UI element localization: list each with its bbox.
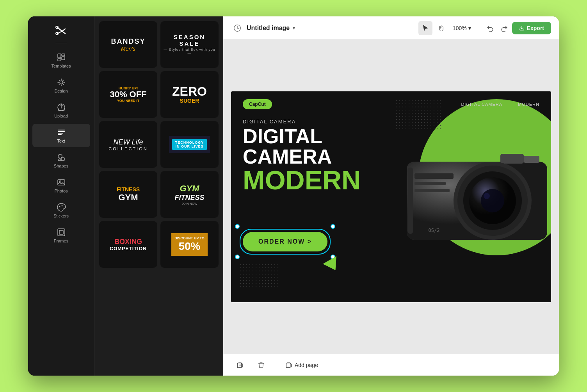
camera-svg: OS/2	[403, 138, 551, 255]
topbar-left: Untitled image ▾	[231, 22, 295, 34]
svg-point-25	[481, 189, 504, 212]
svg-rect-31	[407, 167, 413, 234]
canvas-order-btn-wrapper[interactable]: ORDER NOW >	[243, 232, 327, 251]
frames-icon	[57, 228, 66, 237]
save-icon[interactable]	[231, 22, 244, 34]
redo-button[interactable]	[498, 22, 511, 34]
template-card-zero[interactable]: ZERO SUGER	[160, 71, 219, 118]
text-icon	[57, 128, 66, 137]
topbar-divider	[479, 23, 479, 33]
template-card-fitness[interactable]: FITNESS GYM	[99, 171, 157, 218]
sidebar-item-text[interactable]: Text	[32, 124, 90, 147]
svg-rect-16	[59, 230, 63, 234]
zoom-value: 100%	[453, 25, 467, 31]
canvas-headline: DIGITAL CAMERA DIGITAL CAMERA MODERN	[243, 119, 414, 193]
template-card-tech[interactable]: TECHNOLOGYIN OUR LIVES	[160, 121, 219, 168]
canvas-area[interactable]: CapCut DIGITAL CAMERA MODERN DIGITAL CAM…	[223, 40, 559, 354]
templates-icon	[57, 53, 66, 62]
template-card-season[interactable]: SEASON SALE — Styles that flex with you …	[160, 21, 219, 68]
delete-page-button[interactable]	[254, 359, 269, 371]
svg-rect-5	[62, 57, 65, 60]
select-tool-button[interactable]	[418, 21, 432, 35]
template-card-newlife[interactable]: NEW Life COLLECTION	[99, 121, 157, 168]
design-icon	[57, 78, 66, 87]
canvas-order-btn: ORDER NOW >	[243, 232, 327, 251]
app-logo[interactable]	[53, 23, 69, 38]
zoom-dropdown-icon: ▾	[468, 25, 471, 31]
sidebar-item-frames-label: Frames	[54, 239, 68, 243]
template-panel: BANDSY Men's SEASON SALE — Styles that f…	[94, 16, 223, 376]
svg-rect-28	[414, 182, 446, 185]
hand-tool-button[interactable]	[434, 21, 448, 35]
sidebar-item-shapes-label: Shapes	[54, 164, 68, 168]
upload-icon	[57, 103, 66, 112]
add-page-plus-icon	[285, 362, 292, 369]
svg-rect-4	[62, 54, 65, 56]
template-card-discount[interactable]: DISCOUNT UP TO 50%	[160, 221, 219, 268]
sidebar-item-templates-label: Templates	[51, 64, 71, 68]
svg-point-14	[61, 205, 62, 207]
canvas-headline-accent: MODERN	[243, 167, 414, 193]
sidebar-item-upload-label: Upload	[54, 114, 68, 118]
svg-rect-6	[58, 59, 61, 61]
cursor-indicator	[325, 259, 340, 271]
svg-rect-27	[414, 173, 454, 179]
svg-rect-20	[524, 156, 539, 163]
undo-button[interactable]	[484, 22, 496, 34]
svg-rect-10	[61, 158, 64, 160]
export-label: Export	[527, 25, 544, 31]
sidebar-item-photos[interactable]: Photos	[32, 174, 90, 197]
template-card-hurry[interactable]: HURRY UP! 30% OFF YOU NEED IT	[99, 71, 157, 118]
add-page-button[interactable]: Add page	[281, 359, 322, 371]
template-card-gym[interactable]: GYM FITNESS JOIN NOW	[160, 171, 219, 218]
sidebar-divider	[55, 43, 67, 43]
main-area: Untitled image ▾ 10	[223, 16, 559, 376]
canvas-logo: CapCut	[243, 99, 272, 109]
sidebar-item-design[interactable]: Design	[32, 74, 90, 97]
export-button[interactable]: Export	[512, 22, 551, 34]
sidebar-item-shapes[interactable]: Shapes	[32, 149, 90, 172]
svg-point-13	[59, 206, 60, 207]
template-card-boxing[interactable]: BOXING COMPETITION	[99, 221, 157, 268]
stickers-icon	[57, 203, 66, 212]
sidebar-item-frames[interactable]: Frames	[32, 224, 90, 247]
topbar: Untitled image ▾ 10	[223, 16, 559, 40]
sidebar-item-stickers-label: Stickers	[53, 214, 69, 218]
sidebar-item-design-label: Design	[54, 89, 68, 93]
camera-image: OS/2	[395, 103, 551, 290]
shapes-icon	[57, 153, 66, 162]
photos-icon	[57, 178, 66, 187]
topbar-tools: 100% ▾	[418, 21, 551, 35]
add-page-icon	[237, 362, 244, 369]
design-canvas[interactable]: CapCut DIGITAL CAMERA MODERN DIGITAL CAM…	[231, 91, 551, 302]
app-container: Templates Design Upload Text	[28, 16, 559, 376]
svg-rect-3	[58, 54, 61, 58]
canvas-wrapper: CapCut DIGITAL CAMERA MODERN DIGITAL CAM…	[231, 91, 551, 302]
zoom-control[interactable]: 100% ▾	[450, 25, 474, 31]
template-card-bandsy[interactable]: BANDSY Men's	[99, 21, 157, 68]
add-page-label: Add page	[295, 362, 318, 368]
add-to-page-button[interactable]	[233, 359, 247, 371]
canvas-headline-main: DIGITAL CAMERA	[243, 126, 414, 167]
svg-rect-19	[500, 154, 524, 164]
sidebar-item-upload[interactable]: Upload	[32, 99, 90, 122]
svg-text:OS/2: OS/2	[429, 228, 440, 233]
svg-rect-15	[58, 229, 65, 236]
title-dropdown-icon[interactable]: ▾	[293, 25, 295, 31]
sidebar: Templates Design Upload Text	[28, 16, 94, 376]
document-title[interactable]: Untitled image	[247, 25, 290, 32]
sidebar-item-text-label: Text	[57, 139, 65, 143]
canvas-dots-bottom	[239, 263, 278, 287]
sidebar-item-photos-label: Photos	[54, 189, 68, 193]
bottom-bar: Add page	[223, 354, 559, 376]
svg-rect-29	[414, 189, 450, 192]
sidebar-item-stickers[interactable]: Stickers	[32, 199, 90, 222]
svg-point-26	[484, 193, 490, 199]
delete-icon	[258, 362, 265, 369]
bottom-divider	[275, 360, 275, 370]
sidebar-item-templates[interactable]: Templates	[32, 49, 90, 72]
svg-point-7	[60, 81, 63, 84]
canvas-headline-sub: DIGITAL CAMERA	[243, 119, 414, 125]
